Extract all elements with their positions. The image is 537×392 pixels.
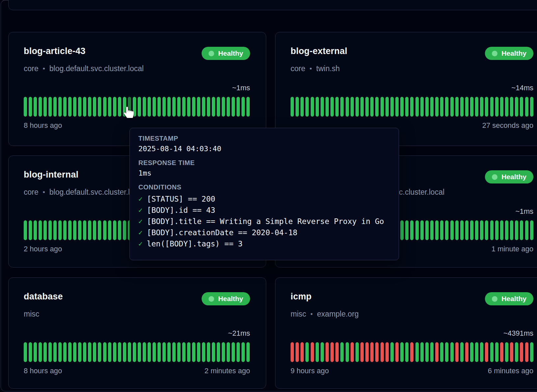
status-bar[interactable] [212,342,215,362]
status-bar[interactable] [440,97,443,117]
status-bar[interactable] [490,97,494,117]
status-bar[interactable] [415,342,419,362]
status-bar[interactable] [400,97,404,117]
status-bar[interactable] [300,342,304,362]
status-bar[interactable] [43,97,47,117]
status-bar[interactable] [187,97,190,117]
status-bar[interactable] [113,220,116,240]
status-bar[interactable] [495,220,498,240]
status-bar[interactable] [207,342,210,362]
status-bar[interactable] [480,97,483,117]
status-bar[interactable] [53,220,57,240]
status-bar[interactable] [385,97,389,117]
status-bar[interactable] [445,342,448,362]
status-bar[interactable] [525,342,528,362]
status-bar[interactable] [123,342,126,362]
status-bar[interactable] [321,342,324,362]
status-bar[interactable] [465,342,468,362]
status-bar[interactable] [510,97,513,117]
status-bar[interactable] [73,97,76,117]
status-bar[interactable] [440,342,443,362]
status-bar[interactable] [53,342,57,362]
status-bar[interactable] [207,97,210,117]
status-bar[interactable] [425,220,429,240]
status-bar[interactable] [395,97,399,117]
status-bar[interactable] [162,97,166,117]
status-bar[interactable] [172,342,176,362]
status-bar[interactable] [63,220,67,240]
status-bar[interactable] [500,97,503,117]
status-bar[interactable] [400,342,404,362]
status-bar[interactable] [455,220,459,240]
card-icmp[interactable]: icmp misc • example.org Healthy ~4391ms … [275,277,537,389]
status-bar[interactable] [346,97,349,117]
status-bar[interactable] [118,97,121,117]
status-bar[interactable] [381,342,384,362]
status-bar[interactable] [365,97,369,117]
status-bar[interactable] [505,342,508,362]
status-bar[interactable] [192,342,195,362]
status-bar[interactable] [475,220,478,240]
status-bar[interactable] [93,342,96,362]
status-bar[interactable] [425,342,429,362]
status-bar[interactable] [78,97,81,117]
status-bar[interactable] [351,342,354,362]
status-bar[interactable] [143,342,146,362]
status-bar[interactable] [53,97,57,117]
status-bar[interactable] [370,97,374,117]
status-bar[interactable] [108,220,111,240]
status-bar[interactable] [93,97,96,117]
status-bar[interactable] [217,97,220,117]
status-bar[interactable] [202,342,205,362]
status-bar[interactable] [460,342,464,362]
status-bar[interactable] [525,97,528,117]
status-bar[interactable] [505,220,508,240]
status-bar[interactable] [420,97,424,117]
status-bar[interactable] [24,342,27,362]
status-bar[interactable] [43,220,47,240]
status-bar[interactable] [460,97,464,117]
status-bar[interactable] [381,97,384,117]
status-bar[interactable] [39,342,42,362]
status-bar[interactable] [351,97,354,117]
status-bar[interactable] [470,97,473,117]
status-bar[interactable] [450,342,454,362]
status-bar[interactable] [182,342,185,362]
status-bar[interactable] [360,97,364,117]
status-bar[interactable] [88,220,91,240]
status-bar[interactable] [415,220,419,240]
status-bar[interactable] [465,97,468,117]
status-bar[interactable] [395,342,399,362]
status-bar[interactable] [93,220,96,240]
status-bar[interactable] [530,220,533,240]
status-bar[interactable] [300,97,304,117]
status-bar[interactable] [405,97,409,117]
status-bar[interactable] [410,342,413,362]
status-bar[interactable] [39,220,42,240]
status-bar[interactable] [405,220,409,240]
status-bar[interactable] [485,97,488,117]
status-bar[interactable] [39,97,42,117]
status-bar[interactable] [202,97,205,117]
status-bar[interactable] [470,342,473,362]
status-bar[interactable] [232,97,235,117]
status-bar[interactable] [346,342,349,362]
status-bar[interactable] [425,97,429,117]
status-bar[interactable] [157,342,161,362]
status-bar[interactable] [325,97,329,117]
status-bar[interactable] [500,342,503,362]
status-bar[interactable] [241,97,245,117]
status-bar[interactable] [177,342,181,362]
status-bar[interactable] [58,97,62,117]
card-database[interactable]: database misc Healthy ~21ms 8 hours ago … [8,277,266,389]
status-bar[interactable] [24,97,27,117]
status-bar[interactable] [118,220,121,240]
status-bar[interactable] [470,220,473,240]
status-bar[interactable] [311,97,314,117]
status-bar[interactable] [29,342,32,362]
status-bar[interactable] [43,342,47,362]
status-bar[interactable] [153,342,156,362]
status-bar[interactable] [520,342,523,362]
status-bar[interactable] [58,342,62,362]
status-bar[interactable] [485,342,488,362]
